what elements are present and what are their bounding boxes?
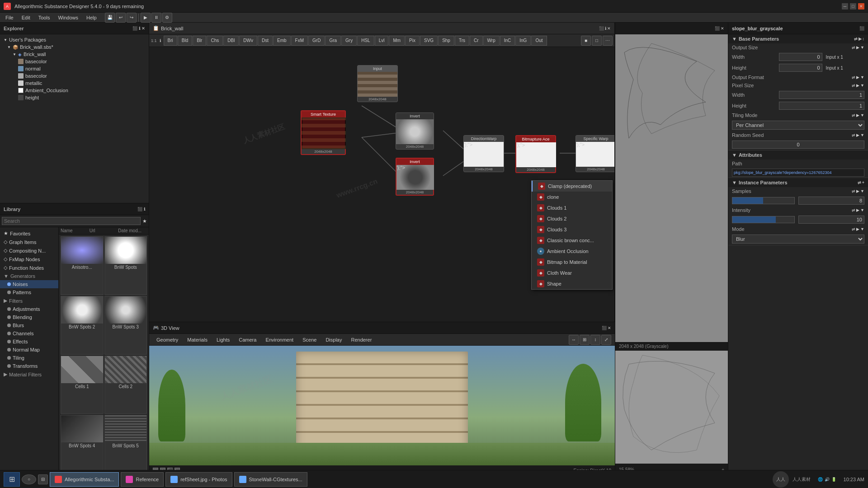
intensity-icons[interactable]: ⇌ ▶ ▼ xyxy=(852,208,864,212)
lib-item-tiling[interactable]: Tiling xyxy=(0,354,58,362)
lib-tile-bnw-spots[interactable]: BnW Spots xyxy=(104,236,147,295)
samples-icon-2[interactable]: ▶ xyxy=(856,189,859,193)
toolbar-btn2[interactable]: ⏸ xyxy=(151,13,161,23)
taskbar-app-reference[interactable]: Reference xyxy=(121,472,164,487)
taskbar-btn-view[interactable]: ⊟ xyxy=(38,474,48,484)
node-btn-gra[interactable]: Gra xyxy=(325,36,341,46)
search-star-icon[interactable]: ★ xyxy=(142,218,147,224)
lib-section-filters[interactable]: ▶ Filters xyxy=(0,296,58,305)
preview-top[interactable] xyxy=(615,34,728,343)
of-icon-2[interactable]: ▶ xyxy=(856,75,859,80)
bp-icon-1[interactable]: ⇌ xyxy=(854,37,858,41)
tab-materials[interactable]: Materials xyxy=(184,336,211,343)
mode-icon-1[interactable]: ⇌ xyxy=(852,227,855,231)
os-icon-1[interactable]: ⇌ xyxy=(852,45,855,50)
tiling-mode-icons[interactable]: ⇌ ▶ ▼ xyxy=(852,113,864,117)
lib-item-channels[interactable]: Channels xyxy=(0,329,58,338)
node-blur-spots[interactable]: Invert ');"> 2048x2048 xyxy=(396,158,434,196)
taskbar-app-substance[interactable]: Allegorithmic Substa... xyxy=(50,472,119,487)
view-btn-2[interactable]: ⊞ xyxy=(580,335,590,345)
node-btn-grd[interactable]: GrD xyxy=(308,36,325,46)
menu-file[interactable]: File xyxy=(2,14,17,21)
display-btn-2[interactable]: □ xyxy=(592,36,602,46)
node-bitmap-warp[interactable]: Bitmapture Ace ');"> 2048x2048 xyxy=(515,135,556,173)
node-btn-dst[interactable]: Dst xyxy=(258,36,273,46)
tm-icon-2[interactable]: ▶ xyxy=(856,113,859,117)
lib-tile-bnw-spots5[interactable]: BnW Spots 5 xyxy=(104,415,147,474)
lib-item-blurs[interactable]: Blurs xyxy=(0,321,58,329)
ps-icon-1[interactable]: ⇌ xyxy=(852,83,855,88)
toolbar-redo[interactable]: ↪ xyxy=(127,13,137,23)
tiling-select[interactable]: Per Channel All xyxy=(732,121,864,130)
menu-help[interactable]: Help xyxy=(83,14,100,21)
3d-viewport[interactable]: 人人素材社区 xyxy=(149,346,615,465)
taskbar-app-stonewall[interactable]: StoneWall-CGtextures... xyxy=(234,472,307,487)
intensity-input[interactable] xyxy=(798,216,865,224)
node-direction-warp[interactable]: DirectionWarp ');"> 2048x2048 xyxy=(463,135,504,172)
preview-icon-1[interactable]: ⬛ xyxy=(715,26,720,31)
samples-icon-1[interactable]: ⇌ xyxy=(852,189,855,193)
library-icon-1[interactable]: ⬛ xyxy=(137,207,142,211)
samples-input[interactable] xyxy=(798,197,865,205)
tab-display[interactable]: Display xyxy=(322,336,345,343)
lib-item-favorites[interactable]: ★ Favorites xyxy=(0,229,58,238)
tab-camera[interactable]: Camera xyxy=(235,336,260,343)
3d-view-icon-2[interactable]: ✕ xyxy=(608,326,611,330)
ctx-item-ao[interactable]: ● Ambient Occlusion xyxy=(532,246,612,257)
tree-item-height[interactable]: height xyxy=(2,94,147,101)
tree-item-normal[interactable]: normal xyxy=(2,65,147,72)
lib-tile-bnw-spots4[interactable]: BnW Spots 4 xyxy=(61,415,104,474)
lib-tile-bnw-spots3[interactable]: BnW Spots 3 xyxy=(104,296,147,355)
lib-tile-aniso[interactable]: Anisotro... xyxy=(61,236,104,295)
lib-item-patterns[interactable]: Patterns xyxy=(0,288,58,296)
toolbar-btn3[interactable]: ⚙ xyxy=(162,13,172,23)
instance-params-header[interactable]: ▼ Instance Parameters ⇌ + xyxy=(728,178,868,187)
ctx-item-clouds1[interactable]: ◆ Clouds 1 xyxy=(532,202,612,213)
window-controls[interactable]: ─ □ ✕ xyxy=(842,3,864,9)
3d-view-icon-1[interactable]: ⬛ xyxy=(602,326,607,330)
bp-icon-3[interactable]: ↕ xyxy=(863,37,865,41)
tm-icon-3[interactable]: ▼ xyxy=(860,113,864,117)
lib-tile-cells1[interactable]: Cells 1 xyxy=(61,356,104,414)
explorer-icon-1[interactable]: ⬛ xyxy=(132,26,137,31)
node-btn-fxm[interactable]: FxM xyxy=(291,36,308,46)
node-btn-dbl[interactable]: DBl xyxy=(223,36,239,46)
view-btn-3[interactable]: ↕ xyxy=(590,335,600,345)
base-params-header[interactable]: ▼ Base Parameters ⇌ ▶ ↕ xyxy=(728,34,868,43)
output-size-icons[interactable]: ⇌ ▶ ▼ xyxy=(852,45,864,50)
random-seed-icons[interactable]: ⇌ ▶ ▼ xyxy=(852,133,864,137)
menu-windows[interactable]: Windows xyxy=(54,14,82,21)
tree-item-basecolor[interactable]: basecolor xyxy=(2,58,147,65)
node-btn-shp[interactable]: Shp xyxy=(438,36,454,46)
mode-icons[interactable]: ⇌ ▶ ▼ xyxy=(852,227,864,231)
3d-view-controls[interactable]: ⬛ ✕ xyxy=(602,326,611,330)
lib-item-transforms[interactable]: Transforms xyxy=(0,362,58,370)
taskbar-app-photos[interactable]: refSheet.jpg - Photos xyxy=(165,472,232,487)
maximize-button[interactable]: □ xyxy=(850,3,856,9)
toolbar-save[interactable]: 💾 xyxy=(105,13,115,23)
node-btn-cr[interactable]: Cr xyxy=(470,36,483,46)
close-button[interactable]: ✕ xyxy=(858,3,864,9)
node-specific-warp[interactable]: Specific Warp ');"> 2048x2048 xyxy=(576,135,614,172)
lib-item-noises[interactable]: Noises xyxy=(0,280,58,288)
tab-geometry[interactable]: Geometry xyxy=(153,336,182,343)
random-seed-input[interactable] xyxy=(732,141,864,149)
graph-icon-2[interactable]: ℹ xyxy=(605,26,606,31)
menu-edit[interactable]: Edit xyxy=(18,14,34,21)
minimize-button[interactable]: ─ xyxy=(842,3,848,9)
node-main-input[interactable]: Input 2048x2048 xyxy=(357,65,398,102)
tab-renderer[interactable]: Renderer xyxy=(347,336,375,343)
node-btn-blr[interactable]: Blr xyxy=(193,36,206,46)
preview-controls[interactable]: ⬛ ✕ xyxy=(715,26,724,31)
graph-canvas[interactable]: 人人素材社区 www.rrcg.cn Input xyxy=(149,47,614,322)
inst-icons[interactable]: ⇌ + xyxy=(858,180,864,185)
lib-tile-cells2[interactable]: Cells 2 xyxy=(104,356,147,414)
int-icon-3[interactable]: ▼ xyxy=(860,208,864,212)
node-invert[interactable]: Invert 2048x2048 xyxy=(396,113,434,150)
output-format-icons[interactable]: ⇌ ▶ ▼ xyxy=(852,75,864,80)
ps-icon-2[interactable]: ▶ xyxy=(856,83,859,88)
mode-icon-2[interactable]: ▶ xyxy=(856,227,859,231)
ctx-item-bitmap-material[interactable]: ◆ Bitmap to Material xyxy=(532,257,612,267)
node-btn-bld[interactable]: Bld xyxy=(178,36,192,46)
node-btn-dwv[interactable]: DWv xyxy=(239,36,257,46)
